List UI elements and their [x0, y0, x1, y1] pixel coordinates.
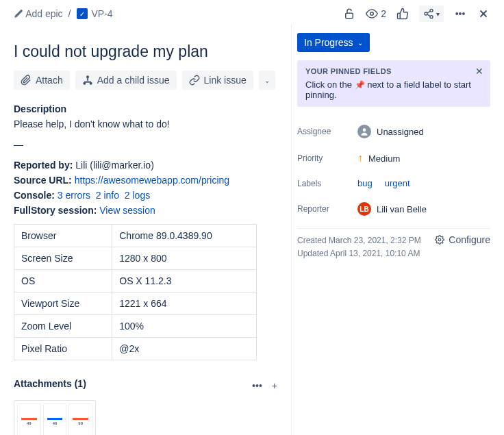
- add-child-button[interactable]: Add a child issue: [75, 71, 177, 90]
- avatar-icon: [357, 125, 371, 138]
- svg-point-1: [370, 12, 374, 16]
- attachments-add-icon[interactable]: +: [272, 380, 277, 391]
- reported-by-line: Reported by: Lili (lili@marker.io): [14, 160, 277, 171]
- fullstory-link[interactable]: View session: [99, 205, 155, 216]
- svg-rect-0: [346, 13, 353, 18]
- pinned-close-icon[interactable]: ✕: [475, 66, 483, 77]
- pinned-fields-panel: ✕ YOUR PINNED FIELDS Click on the 📌 next…: [297, 60, 490, 107]
- console-info-link[interactable]: 2 info: [96, 190, 119, 201]
- add-epic-link[interactable]: Add epic: [14, 8, 63, 19]
- console-line: Console: 3 errors 2 info 2 logs: [14, 190, 277, 201]
- issue-key-link[interactable]: VP-4: [77, 8, 113, 19]
- link-dropdown-button[interactable]: ⌄: [259, 71, 275, 90]
- status-dropdown[interactable]: In Progress⌄: [297, 33, 370, 52]
- issue-title[interactable]: I could not upgrade my plan: [14, 42, 277, 61]
- breadcrumb-separator: /: [68, 8, 71, 19]
- more-icon[interactable]: •••: [453, 7, 467, 21]
- pinned-title: YOUR PINNED FIELDS: [305, 67, 482, 75]
- source-url-link[interactable]: https://awesomewebapp.com/pricing: [75, 175, 229, 186]
- priority-field[interactable]: Priority ↑Medium: [297, 145, 490, 171]
- watch-button[interactable]: 2: [366, 8, 386, 20]
- svg-point-3: [425, 12, 427, 15]
- description-label: Description: [14, 103, 277, 114]
- console-logs-link[interactable]: 2 logs: [125, 190, 150, 201]
- attach-button[interactable]: Attach: [14, 71, 70, 90]
- assignee-field[interactable]: Assignee Unassigned: [297, 118, 490, 145]
- share-button[interactable]: ▾: [419, 5, 444, 22]
- like-icon[interactable]: [396, 7, 410, 21]
- table-row: Viewport Size1221 x 664: [14, 293, 257, 315]
- svg-point-12: [363, 128, 366, 132]
- svg-point-4: [430, 16, 433, 18]
- pin-icon: 📌: [355, 80, 365, 90]
- attachment-preview: 49 49 99: [14, 401, 95, 435]
- svg-line-6: [427, 11, 431, 13]
- breadcrumb: Add epic / VP-4: [14, 8, 113, 19]
- issue-type-icon: [77, 8, 88, 19]
- table-row: Screen Size1280 x 800: [14, 247, 257, 270]
- pinned-text: Click on the 📌 next to a field label to …: [305, 79, 482, 100]
- table-row: Zoom Level100%: [14, 315, 257, 338]
- attachments-more-icon[interactable]: •••: [252, 380, 262, 391]
- fullstory-line: FullStory session: View session: [14, 205, 277, 216]
- table-row: OSOS X 11.2.3: [14, 270, 257, 293]
- description-text[interactable]: Please help, I don't know what to do!: [14, 119, 277, 129]
- chevron-down-icon: ⌄: [357, 39, 363, 47]
- reporter-field[interactable]: Reporter LBLili van Belle: [297, 195, 490, 223]
- source-url-line: Source URL: https://awesomewebapp.com/pr…: [14, 175, 277, 186]
- avatar: LB: [357, 202, 371, 216]
- svg-line-5: [427, 14, 431, 16]
- label-tag[interactable]: urgent: [385, 178, 410, 188]
- attachment-thumbnail[interactable]: 49 49 99 Screenshot_2… -20.png 23 Mar 20…: [14, 400, 96, 435]
- svg-point-2: [430, 9, 433, 12]
- table-row: Pixel Ratio@2x: [14, 338, 257, 360]
- console-errors-link[interactable]: 3 errors: [58, 190, 90, 201]
- configure-button[interactable]: Configure: [435, 234, 490, 245]
- chevron-down-icon: ⌄: [264, 77, 270, 84]
- link-issue-button[interactable]: Link issue: [182, 71, 253, 90]
- attachments-title: Attachments (1): [14, 378, 86, 389]
- chevron-down-icon: ▾: [436, 10, 440, 18]
- table-row: BrowserChrome 89.0.4389.90: [14, 225, 257, 247]
- svg-point-9: [86, 75, 89, 78]
- description-dash: —: [14, 139, 277, 150]
- priority-icon: ↑: [357, 152, 363, 164]
- label-tag[interactable]: bug: [357, 178, 373, 188]
- lock-icon[interactable]: [342, 7, 356, 21]
- env-table: BrowserChrome 89.0.4389.90Screen Size128…: [14, 224, 257, 360]
- svg-point-13: [439, 238, 442, 241]
- labels-field[interactable]: Labels bugurgent: [297, 171, 490, 195]
- close-icon[interactable]: [477, 7, 490, 21]
- header-actions: 2 ▾ •••: [342, 5, 490, 22]
